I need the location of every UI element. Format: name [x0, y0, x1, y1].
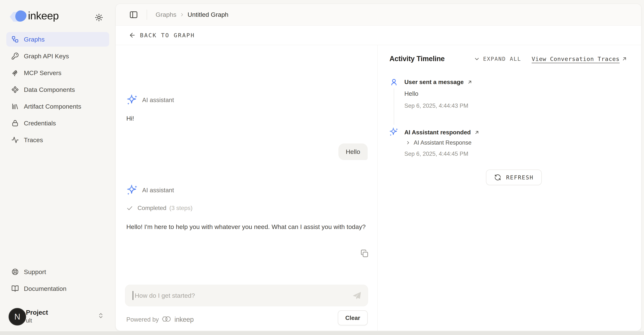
sidebar-item-label: Graph API Keys	[24, 52, 69, 60]
theme-toggle-button[interactable]	[94, 12, 104, 23]
breadcrumb-current-page: Untitled Graph	[188, 11, 228, 18]
header-divider	[147, 10, 147, 20]
sidebar-item-documentation[interactable]: Documentation	[6, 281, 109, 296]
sidebar-item-credentials[interactable]: Credentials	[6, 116, 109, 130]
arrow-up-right-icon	[474, 130, 480, 135]
assistant-response-expander[interactable]: AI Assistant Response	[406, 139, 472, 146]
timeline-event-user-message[interactable]: User sent a message	[404, 79, 472, 86]
chevron-down-icon[interactable]	[474, 56, 480, 62]
workflow-icon	[11, 36, 19, 43]
timeline-title: Activity Timeline	[390, 55, 444, 63]
sidebar-footer-nav: Support Documentation	[6, 264, 109, 296]
assistant-message: Hi!	[126, 115, 134, 122]
view-conversation-traces-link[interactable]: View Conversation Traces	[532, 56, 628, 62]
activity-timeline-panel: Activity Timeline EXPAND ALL View Conver…	[378, 45, 641, 331]
sparkles-icon	[126, 184, 138, 196]
chevrons-up-down-icon	[97, 312, 105, 320]
activity-icon	[11, 136, 19, 144]
chat-input-placeholder: How do I get started?	[135, 292, 195, 299]
sidebar-item-label: Credentials	[24, 120, 56, 127]
user-message-bubble: Hello	[338, 144, 368, 160]
assistant-message: Hello! I'm here to help you with whateve…	[126, 222, 374, 232]
sidebar: inkeep Graphs Graph API Keys MCP Servers	[0, 0, 116, 335]
sidebar-item-label: Traces	[24, 136, 43, 144]
inkeep-wordmark: inkeep	[28, 9, 59, 22]
project-subtitle: ult	[26, 317, 32, 324]
clear-button[interactable]: Clear	[338, 310, 368, 325]
key-icon	[11, 52, 19, 60]
breadcrumb-graphs-link[interactable]: Graphs	[156, 11, 176, 18]
book-open-icon	[11, 285, 19, 292]
sidebar-item-label: MCP Servers	[24, 69, 62, 76]
mcp-icon	[11, 69, 19, 76]
sidebar-item-support[interactable]: Support	[6, 264, 109, 279]
sidebar-item-artifact-components[interactable]: Artifact Components	[6, 99, 109, 114]
status-label: Completed	[138, 204, 166, 212]
timeline-controls: EXPAND ALL View Conversation Traces	[474, 56, 628, 62]
chevron-right-icon	[406, 140, 411, 145]
timeline-event-timestamp: Sep 6, 2025, 4:44:43 PM	[404, 102, 468, 109]
refresh-button[interactable]: REFRESH	[486, 170, 542, 185]
timeline-event-assistant-response[interactable]: AI Assistant responded	[404, 129, 480, 136]
assistant-label: AI assistant	[142, 96, 174, 104]
status-steps: (3 steps)	[170, 204, 192, 212]
chat-preview-panel: AI assistant Hi! Hello AI assistant Comp…	[116, 45, 378, 331]
sidebar-item-label: Support	[24, 268, 46, 276]
completion-status[interactable]: Completed (3 steps)	[126, 204, 192, 212]
copy-icon[interactable]	[360, 249, 369, 258]
sub-header: BACK TO GRAPH	[116, 26, 641, 45]
window-bottom-edge	[0, 331, 644, 335]
refresh-label: REFRESH	[506, 174, 534, 181]
powered-by-brand: inkeep	[174, 316, 194, 324]
sparkles-icon	[389, 127, 399, 137]
powered-by-label: Powered by	[126, 316, 159, 323]
avatar: N	[8, 308, 26, 326]
lock-icon	[11, 120, 19, 127]
sidebar-item-label: Documentation	[24, 285, 66, 292]
sidebar-item-graph-api-keys[interactable]: Graph API Keys	[6, 49, 109, 63]
arrow-up-right-icon	[467, 79, 472, 85]
check-icon	[126, 205, 133, 212]
panel-left-toggle-button[interactable]	[129, 10, 138, 19]
logo-blob-shape	[15, 10, 26, 22]
component-icon	[11, 86, 19, 93]
timeline-connector	[394, 88, 394, 125]
sidebar-item-mcp-servers[interactable]: MCP Servers	[6, 66, 109, 80]
library-icon	[11, 103, 19, 110]
timeline-header: Activity Timeline EXPAND ALL View Conver…	[390, 55, 628, 63]
sidebar-item-label: Data Components	[24, 86, 75, 93]
arrow-up-right-icon	[622, 56, 628, 62]
sidebar-item-label: Artifact Components	[24, 103, 81, 110]
powered-by-badge[interactable]: Powered by inkeep	[126, 316, 194, 324]
back-to-graph-label: BACK TO GRAPH	[140, 32, 195, 38]
sidebar-item-graphs[interactable]: Graphs	[6, 32, 109, 46]
chevron-right-icon	[180, 12, 185, 17]
back-to-graph-button[interactable]: BACK TO GRAPH	[129, 32, 195, 39]
main-card: Graphs Untitled Graph BACK TO GRAPH AI a…	[116, 4, 642, 331]
inkeep-outline-logo-icon	[162, 316, 172, 324]
timeline-event-timestamp: Sep 6, 2025, 4:44:45 PM	[404, 150, 468, 157]
expand-all-button[interactable]: EXPAND ALL	[483, 56, 521, 62]
arrow-left-icon	[129, 32, 136, 39]
project-title: Project	[26, 309, 48, 316]
project-switcher[interactable]: N Project ult	[0, 306, 116, 329]
chat-input[interactable]: How do I get started?	[125, 285, 368, 306]
life-buoy-icon	[11, 268, 19, 276]
sun-icon	[95, 13, 103, 22]
sidebar-item-data-components[interactable]: Data Components	[6, 82, 109, 97]
assistant-label: AI assistant	[142, 187, 174, 194]
timeline-event-body: Hello	[404, 90, 418, 97]
sidebar-nav: Graphs Graph API Keys MCP Servers Data C…	[6, 32, 109, 147]
sparkles-icon	[126, 94, 138, 106]
card-body: AI assistant Hi! Hello AI assistant Comp…	[116, 45, 641, 331]
sidebar-item-traces[interactable]: Traces	[6, 133, 109, 147]
refresh-icon	[494, 174, 501, 181]
sidebar-item-label: Graphs	[24, 36, 45, 43]
text-caret	[133, 291, 133, 300]
user-icon	[390, 78, 398, 86]
send-icon[interactable]	[352, 291, 362, 300]
top-header: Graphs Untitled Graph	[116, 4, 641, 26]
